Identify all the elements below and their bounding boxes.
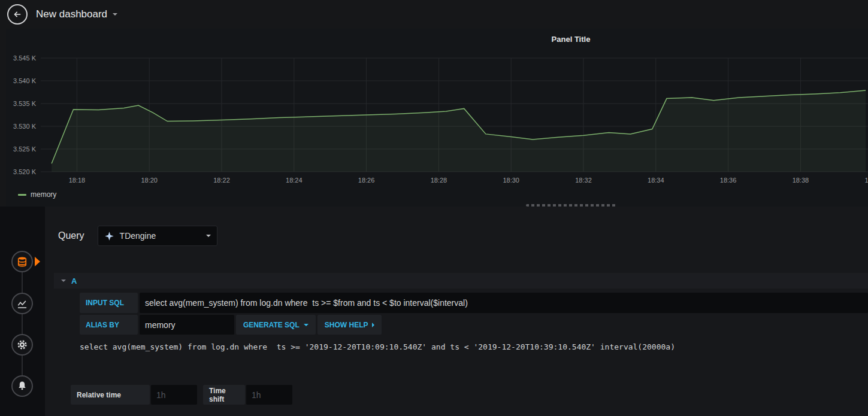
database-icon — [16, 256, 28, 268]
svg-text:18:36: 18:36 — [720, 177, 737, 184]
svg-text:18:28: 18:28 — [431, 177, 447, 184]
generated-sql-preview: select avg(mem_system) from log.dn where… — [80, 342, 868, 351]
query-section-title: Query — [58, 230, 84, 241]
chart-icon — [16, 297, 28, 309]
query-header: Query TDengine — [58, 226, 217, 246]
svg-text:18:30: 18:30 — [503, 177, 519, 184]
legend-color-memory — [18, 194, 26, 196]
tdengine-logo-icon — [104, 231, 114, 241]
time-shift-label: Time shift — [203, 385, 245, 405]
caret-down-icon — [113, 13, 117, 16]
graph-panel: Panel Title 3.520 K3.525 K3.530 K3.535 K… — [6, 29, 868, 207]
caret-down-icon — [206, 235, 211, 237]
input-sql-row: INPUT SQL — [80, 293, 868, 313]
input-sql-field[interactable] — [140, 293, 868, 313]
grafana-screen: New dashboard Panel Title 3.520 K3.525 K… — [0, 0, 868, 416]
tab-visualization[interactable] — [11, 293, 33, 314]
alias-by-row: ALIAS BY GENERATE SQL SHOW HELP — [80, 315, 383, 335]
svg-text:18:22: 18:22 — [213, 177, 230, 184]
svg-text:18:32: 18:32 — [575, 177, 592, 184]
time-shift-input[interactable] — [246, 385, 292, 405]
svg-text:18:26: 18:26 — [358, 177, 375, 184]
back-button[interactable] — [7, 4, 28, 25]
svg-text:3.525 K: 3.525 K — [13, 145, 37, 153]
show-help-button[interactable]: SHOW HELP — [317, 315, 382, 335]
show-help-label: SHOW HELP — [325, 321, 368, 329]
tab-connector-line — [22, 262, 23, 386]
svg-text:3.535 K: 3.535 K — [13, 100, 37, 107]
dashboard-title-button[interactable]: New dashboard — [36, 8, 117, 20]
legend: memory — [18, 190, 56, 199]
svg-text:18:20: 18:20 — [141, 177, 158, 184]
tab-alert[interactable] — [11, 375, 33, 397]
svg-text:18:38: 18:38 — [793, 177, 809, 184]
collapse-caret-icon — [61, 280, 66, 282]
tab-queries[interactable] — [11, 251, 33, 272]
datasource-name: TDengine — [120, 231, 156, 241]
relative-time-group: Relative time — [71, 385, 197, 405]
generate-sql-button[interactable]: GENERATE SQL — [236, 315, 316, 335]
svg-text:3.540 K: 3.540 K — [13, 77, 37, 84]
query-ref-id: A — [71, 277, 77, 286]
svg-text:3.530 K: 3.530 K — [13, 123, 37, 130]
legend-label-memory[interactable]: memory — [31, 190, 56, 199]
arrow-left-icon — [12, 9, 23, 20]
bell-icon — [16, 380, 28, 392]
active-tab-arrow-icon — [35, 257, 40, 266]
datasource-picker[interactable]: TDengine — [98, 226, 217, 246]
query-row-a[interactable]: A — [54, 273, 868, 289]
alias-by-field[interactable] — [140, 315, 234, 335]
time-shift-group: Time shift — [203, 385, 292, 405]
relative-time-input[interactable] — [151, 385, 197, 405]
svg-text:3.520 K: 3.520 K — [13, 168, 37, 175]
generate-sql-label: GENERATE SQL — [243, 321, 300, 329]
input-sql-label: INPUT SQL — [80, 293, 138, 313]
tab-general[interactable] — [11, 334, 33, 356]
svg-text:18:40: 18:40 — [864, 177, 868, 184]
alias-by-label: ALIAS BY — [80, 315, 138, 335]
caret-down-icon — [304, 324, 309, 326]
svg-text:18:18: 18:18 — [69, 177, 86, 184]
relative-time-label: Relative time — [71, 385, 150, 405]
top-bar: New dashboard — [0, 0, 868, 29]
svg-text:18:24: 18:24 — [286, 177, 303, 184]
dashboard-title: New dashboard — [36, 8, 107, 20]
svg-text:3.545 K: 3.545 K — [13, 54, 37, 62]
time-options-row: Relative time Time shift — [71, 385, 292, 405]
svg-text:18:34: 18:34 — [648, 177, 664, 184]
caret-right-icon — [372, 323, 374, 327]
gear-icon — [16, 339, 28, 351]
memory-chart[interactable]: 3.520 K3.525 K3.530 K3.535 K3.540 K3.545… — [6, 29, 868, 187]
